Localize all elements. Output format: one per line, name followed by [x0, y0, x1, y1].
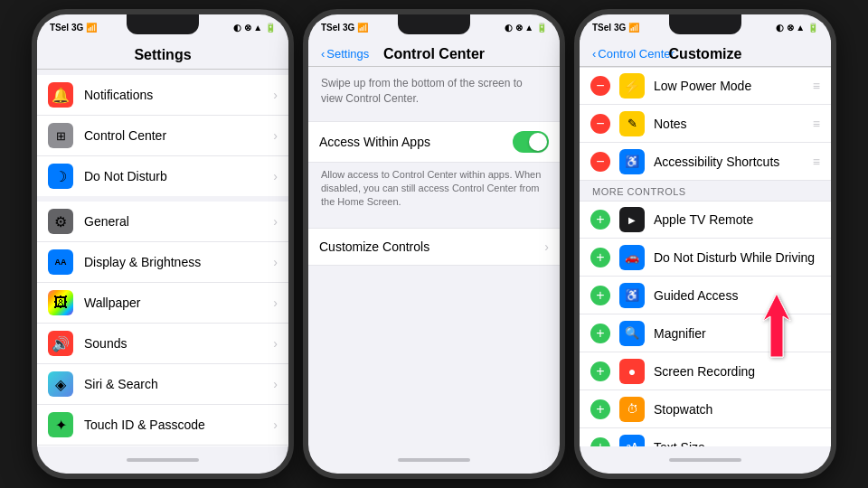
chevron-icon: › [273, 377, 278, 391]
settings-item-touchid[interactable]: ✦ Touch ID & Passcode › [37, 405, 288, 446]
wallpaper-icon: 🖼 [48, 290, 73, 315]
status-time-2: 09.38 [424, 22, 449, 33]
back-button-2[interactable]: ‹ Control Center [592, 47, 675, 61]
notifications-icon: 🔔 [48, 82, 73, 108]
back-label-2: Control Center [598, 47, 675, 61]
siri-icon: ◈ [48, 371, 73, 397]
add-dnd-driving-btn[interactable]: + [590, 248, 610, 267]
low-power-label: Low Power Mode [654, 79, 813, 93]
appletv-label: Apple TV Remote [654, 212, 820, 227]
settings-item-display[interactable]: AA Display & Brightness › [37, 242, 288, 283]
screen-recording-label: Screen Recording [654, 364, 820, 379]
add-appletv-btn[interactable]: + [590, 210, 610, 230]
settings-item-siri[interactable]: ◈ Siri & Search › [37, 364, 288, 405]
control-item-magnifier[interactable]: + 🔍 Magnifier [580, 314, 831, 352]
toggle-label: Access Within Apps [319, 135, 513, 149]
remove-notes-btn[interactable]: − [590, 114, 610, 134]
stopwatch-icon: ⏱ [619, 397, 645, 422]
cc-description: Swipe up from the bottom of the screen t… [308, 67, 560, 112]
status-bar-3: TSel 3G 📶 09.38 ◐ ⊗ ▲ 🔋 [580, 14, 831, 40]
remove-low-power-btn[interactable]: − [590, 76, 610, 96]
status-time-3: 09.38 [695, 22, 721, 33]
toggle-description: Allow access to Control Center within ap… [308, 163, 560, 219]
status-left-2: TSel 3G 📶 [321, 23, 368, 33]
add-guided-access-btn[interactable]: + [590, 286, 610, 305]
customize-title: Customize [669, 46, 742, 62]
chevron-icon: › [273, 214, 278, 229]
phone-control-center: TSel 3G 📶 09.38 ◐ ⊗ ▲ 🔋 ‹ Settings Contr… [303, 9, 565, 479]
more-controls-header: MORE CONTROLS [580, 181, 831, 201]
notes-icon: ✎ [619, 111, 645, 136]
settings-item-notifications[interactable]: 🔔 Notifications › [37, 75, 288, 116]
back-button[interactable]: ‹ Settings [321, 47, 369, 61]
siri-label: Siri & Search [84, 377, 273, 391]
display-label: Display & Brightness [84, 255, 273, 269]
control-center-title: Control Center [383, 46, 485, 62]
phone-bottom-2 [308, 446, 560, 474]
control-item-textsize[interactable]: + aA Text Size [580, 428, 831, 446]
status-right-2: ◐ ⊗ ▲ 🔋 [505, 23, 547, 33]
settings-item-sounds[interactable]: 🔊 Sounds › [37, 324, 288, 364]
settings-item-control-center[interactable]: ⊞ Control Center › [37, 116, 288, 156]
low-power-icon: ⚡ [619, 73, 645, 99]
general-icon: ⚙ [48, 209, 73, 234]
phones-container: TSel 3G 📶 09.38 ◐ ⊗ ▲ 🔋 Settings 🔔 Notif… [23, 0, 845, 488]
appletv-icon: ▶ [619, 207, 645, 232]
screen-recording-icon: ● [619, 359, 645, 384]
home-indicator-2[interactable] [398, 458, 470, 462]
home-indicator-3[interactable] [669, 458, 741, 462]
textsize-icon: aA [619, 435, 645, 447]
settings-item-dnd[interactable]: ☽ Do Not Disturb › [37, 156, 288, 196]
accessibility-label: Accessibility Shortcuts [654, 155, 813, 169]
control-item-stopwatch[interactable]: + ⏱ Stopwatch [580, 390, 831, 428]
drag-handle[interactable]: ≡ [813, 117, 820, 131]
chevron-icon: › [273, 88, 278, 102]
magnifier-label: Magnifier [654, 326, 820, 341]
dnd-driving-label: Do Not Disturb While Driving [654, 250, 820, 265]
control-item-screen-recording[interactable]: + ● Screen Recording [580, 352, 831, 390]
customize-screen: ‹ Control Center Customize − ⚡ Low Power… [580, 40, 831, 446]
textsize-label: Text Size [654, 440, 820, 447]
control-item-appletv[interactable]: + ▶ Apple TV Remote [580, 201, 831, 239]
status-left-3: TSel 3G 📶 [592, 23, 639, 33]
settings-group-1: 🔔 Notifications › ⊞ Control Center › ☽ D… [37, 75, 288, 196]
drag-handle[interactable]: ≡ [813, 79, 820, 93]
control-item-accessibility[interactable]: − ♿ Accessibility Shortcuts ≡ [580, 143, 831, 181]
wallpaper-label: Wallpaper [84, 296, 273, 310]
chevron-icon: › [273, 418, 278, 432]
access-toggle[interactable] [513, 131, 549, 153]
phone-settings: TSel 3G 📶 09.38 ◐ ⊗ ▲ 🔋 Settings 🔔 Notif… [32, 9, 294, 479]
remove-accessibility-btn[interactable]: − [590, 152, 610, 172]
status-left-1: TSel 3G 📶 [50, 23, 97, 33]
control-center-screen: ‹ Settings Control Center Swipe up from … [308, 40, 560, 446]
control-item-low-power[interactable]: − ⚡ Low Power Mode ≡ [580, 67, 831, 105]
control-item-notes[interactable]: − ✎ Notes ≡ [580, 105, 831, 143]
control-item-guided-access[interactable]: + ♿ Guided Access [580, 277, 831, 314]
chevron-icon: › [273, 296, 278, 310]
divider [308, 219, 560, 228]
magnifier-icon: 🔍 [619, 321, 645, 346]
back-chevron-2: ‹ [592, 47, 596, 61]
chevron-icon: › [544, 239, 549, 254]
home-indicator-1[interactable] [127, 458, 199, 462]
chevron-icon: › [273, 128, 278, 143]
control-item-dnd-driving[interactable]: + 🚗 Do Not Disturb While Driving [580, 239, 831, 277]
sounds-icon: 🔊 [48, 331, 73, 356]
dnd-driving-icon: 🚗 [619, 245, 645, 270]
settings-title: Settings [134, 47, 191, 62]
add-magnifier-btn[interactable]: + [590, 324, 610, 343]
drag-handle[interactable]: ≡ [813, 155, 820, 169]
status-bar-2: TSel 3G 📶 09.38 ◐ ⊗ ▲ 🔋 [308, 14, 560, 40]
phone-bottom-1 [37, 446, 288, 474]
add-textsize-btn[interactable]: + [590, 437, 610, 447]
customize-controls-item[interactable]: Customize Controls › [308, 228, 560, 266]
add-stopwatch-btn[interactable]: + [590, 399, 610, 419]
add-screen-recording-btn[interactable]: + [590, 361, 610, 381]
status-bar-1: TSel 3G 📶 09.38 ◐ ⊗ ▲ 🔋 [37, 14, 288, 40]
guided-access-icon: ♿ [619, 283, 645, 308]
back-label: Settings [326, 47, 369, 61]
access-within-apps-row[interactable]: Access Within Apps [308, 121, 560, 163]
settings-item-general[interactable]: ⚙ General › [37, 202, 288, 242]
customize-label: Customize Controls [319, 239, 544, 254]
settings-item-wallpaper[interactable]: 🖼 Wallpaper › [37, 283, 288, 324]
